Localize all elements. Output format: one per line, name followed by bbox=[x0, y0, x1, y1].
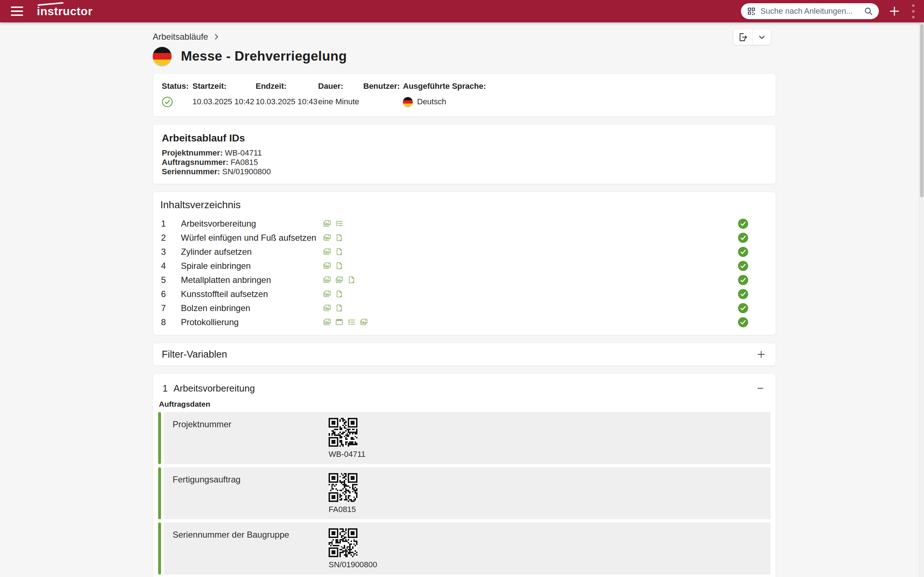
form-row-label: Seriennummer der Baugruppe bbox=[173, 528, 329, 569]
workflow-id-line: Seriennummer: SN/01900800 bbox=[162, 167, 767, 176]
step-completed-check-icon bbox=[738, 303, 748, 313]
qr-code-value: FA0815 bbox=[329, 505, 357, 514]
export-button[interactable] bbox=[733, 30, 752, 45]
toc-step-label: Zylinder aufsetzen bbox=[181, 247, 323, 257]
step-completed-check-icon bbox=[738, 247, 748, 257]
toc-row[interactable]: 2 Würfel einfügen und Fuß aufsetzen bbox=[160, 230, 768, 245]
image-icon bbox=[323, 248, 331, 256]
search-bar bbox=[741, 3, 879, 19]
add-button[interactable] bbox=[888, 5, 901, 17]
toc-row[interactable]: 7 Bolzen einbringen bbox=[160, 301, 768, 315]
status-field-label: Ausgeführte Sprache: bbox=[403, 82, 767, 91]
workflow-ids-title: Arbeitsablauf IDs bbox=[162, 132, 767, 144]
image-icon bbox=[323, 304, 331, 312]
toc-step-number: 6 bbox=[160, 289, 181, 299]
german-flag-icon bbox=[403, 97, 413, 107]
step-completed-check-icon bbox=[738, 275, 748, 285]
search-input[interactable] bbox=[761, 6, 859, 16]
qr-code-value: SN/01900800 bbox=[329, 560, 377, 569]
status-field-value bbox=[162, 96, 192, 108]
hamburger-menu-icon[interactable] bbox=[11, 6, 23, 16]
app-header: instructor bbox=[0, 0, 924, 23]
toc-step-number: 8 bbox=[160, 317, 181, 327]
step-completed-check-icon bbox=[738, 219, 748, 229]
export-options-chevron[interactable] bbox=[752, 30, 771, 45]
document-icon bbox=[335, 248, 343, 256]
status-field: Startzeit: 10.03.2025 10:42 bbox=[192, 82, 256, 108]
status-field-label: Startzeit: bbox=[192, 82, 256, 91]
document-icon bbox=[347, 276, 355, 284]
toc-row[interactable]: 1 Arbeitsvorbereitung bbox=[160, 216, 768, 230]
checklist-icon bbox=[335, 219, 343, 228]
form-data-row: Fertigungsauftrag FA0815 bbox=[158, 467, 771, 519]
status-field-value: eine Minute bbox=[318, 96, 363, 108]
qr-code bbox=[329, 473, 357, 502]
collapse-section-button[interactable] bbox=[754, 382, 767, 395]
search-icon[interactable] bbox=[864, 6, 873, 16]
toc-step-label: Arbeitsvorbereitung bbox=[181, 219, 323, 229]
overflow-menu-icon[interactable] bbox=[910, 3, 917, 20]
app-logo[interactable]: instructor bbox=[37, 5, 92, 18]
workflow-ids-card: Arbeitsablauf IDs Projektnummer: WB-0471… bbox=[153, 124, 776, 184]
image-icon bbox=[335, 276, 343, 284]
qr-scan-icon[interactable] bbox=[747, 6, 756, 16]
toc-step-label: Spirale einbringen bbox=[181, 261, 323, 271]
toc-row[interactable]: 5 Metallplatten anbringen bbox=[160, 273, 768, 287]
toc-step-label: Bolzen einbringen bbox=[181, 303, 323, 313]
status-card: Status: Startzeit: 10.03.2025 10:42 Endz… bbox=[153, 73, 776, 116]
status-field-label: Benutzer: bbox=[363, 82, 403, 91]
workflow-id-line: Auftragsnummer: FA0815 bbox=[162, 158, 767, 167]
scrollbar-thumb[interactable] bbox=[920, 24, 924, 197]
workflow-id-value: FA0815 bbox=[231, 158, 258, 167]
toc-step-number: 4 bbox=[160, 261, 181, 271]
workflow-id-value: WB-04711 bbox=[225, 148, 262, 157]
toc-step-media-icons bbox=[323, 234, 343, 242]
toc-row[interactable]: 8 Protokollierung bbox=[160, 315, 768, 329]
qr-code bbox=[329, 528, 357, 557]
export-split-button bbox=[733, 30, 771, 45]
toc-step-media-icons bbox=[323, 248, 343, 256]
workflow-id-label: Auftragsnummer: bbox=[162, 158, 229, 167]
chevron-right-icon bbox=[212, 33, 220, 41]
image-icon bbox=[323, 219, 331, 228]
form-row-label: Projektnummer bbox=[173, 418, 329, 459]
toc-step-number: 3 bbox=[160, 247, 181, 257]
toc-step-label: Kunsstoffteil aufsetzen bbox=[181, 289, 323, 299]
toc-row[interactable]: 3 Zylinder aufsetzen bbox=[160, 245, 768, 259]
step-completed-check-icon bbox=[738, 233, 748, 243]
toc-step-media-icons bbox=[323, 290, 343, 298]
status-field: Status: bbox=[162, 82, 192, 108]
status-field-value: 10.03.2025 10:43 bbox=[256, 96, 318, 108]
filter-variables-title: Filter-Variablen bbox=[162, 349, 227, 360]
german-flag-icon bbox=[153, 47, 171, 66]
toc-title: Inhaltsverzeichnis bbox=[160, 199, 768, 211]
filter-variables-card: Filter-Variablen bbox=[153, 343, 776, 366]
document-icon bbox=[335, 234, 343, 242]
row-status-bar bbox=[158, 467, 161, 519]
expand-filter-variables-button[interactable] bbox=[754, 348, 768, 361]
image-icon bbox=[323, 290, 331, 298]
toc-step-media-icons bbox=[323, 262, 343, 270]
status-field-label: Status: bbox=[162, 82, 192, 91]
window-icon bbox=[335, 318, 343, 326]
toc-step-media-icons bbox=[323, 318, 368, 326]
form-data-row: Seriennummer der Baugruppe SN/01900800 bbox=[158, 522, 771, 574]
step-completed-check-icon bbox=[738, 289, 748, 299]
page-title: Messe - Drehverriegelung bbox=[181, 49, 347, 64]
breadcrumb-workflows-link[interactable]: Arbeitsabläufe bbox=[153, 32, 208, 42]
section-title: Arbeitsvorbereitung bbox=[173, 383, 255, 394]
toc-step-media-icons bbox=[323, 304, 343, 312]
qr-code-value: WB-04711 bbox=[329, 450, 365, 459]
image-icon bbox=[323, 276, 331, 284]
status-field-value bbox=[363, 96, 403, 108]
toc-row[interactable]: 4 Spirale einbringen bbox=[160, 259, 768, 273]
form-row-label: Fertigungsauftrag bbox=[173, 473, 329, 514]
row-status-bar bbox=[158, 412, 161, 464]
breadcrumb: Arbeitsabläufe bbox=[153, 32, 776, 42]
status-field-value: 10.03.2025 10:42 bbox=[192, 96, 256, 108]
vertical-scrollbar[interactable] bbox=[919, 23, 924, 577]
toc-row[interactable]: 6 Kunsstoffteil aufsetzen bbox=[160, 287, 768, 301]
workflow-id-label: Projektnummer: bbox=[162, 148, 223, 157]
toc-step-media-icons bbox=[323, 219, 343, 228]
toc-step-media-icons bbox=[323, 276, 355, 284]
